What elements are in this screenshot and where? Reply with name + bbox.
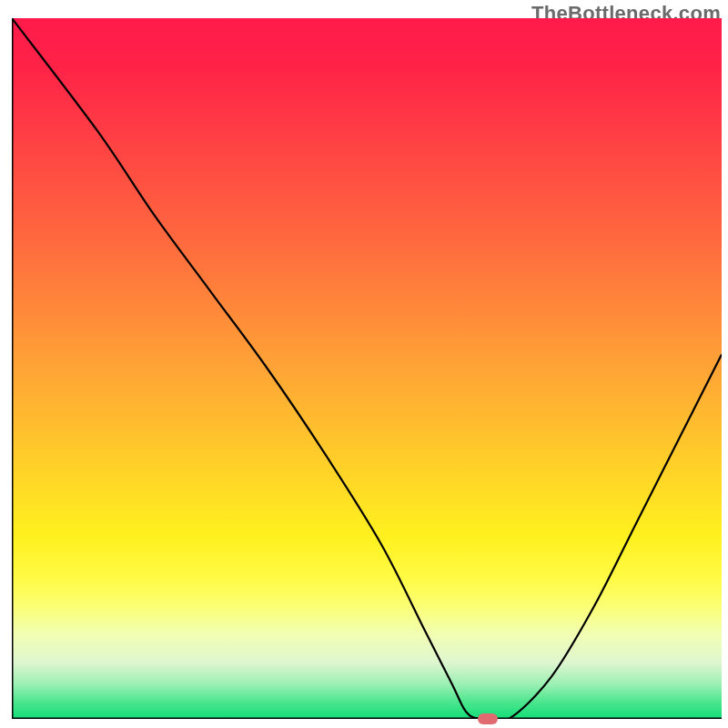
chart-container: TheBottleneck.com [0,0,728,728]
background-gradient [12,18,722,719]
plot-area [12,18,722,719]
